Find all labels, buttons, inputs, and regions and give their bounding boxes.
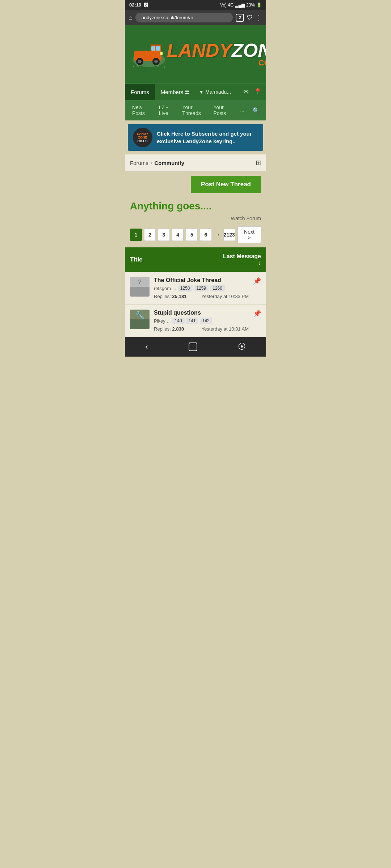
shield-icon[interactable]: 🛡 bbox=[247, 14, 253, 21]
thread-author-2: Pikey bbox=[154, 318, 165, 324]
breadcrumb-community: Community bbox=[155, 160, 185, 166]
battery-icon: 🔋 bbox=[256, 3, 262, 8]
thread-meta-2: Pikey ... 140 141 142 bbox=[154, 318, 249, 324]
page-arrow: → bbox=[214, 231, 221, 238]
pin-icon-2: 📌 bbox=[253, 310, 261, 318]
svg-point-13 bbox=[133, 66, 134, 67]
thread-page-1c[interactable]: 1260 bbox=[210, 285, 225, 292]
status-time: 02:19 🖼 bbox=[129, 2, 148, 8]
post-new-thread-button[interactable]: Post New Thread bbox=[191, 176, 261, 193]
mail-icon[interactable]: ✉ bbox=[243, 88, 249, 96]
hamburger-icon: ☰ bbox=[185, 89, 189, 95]
browser-bar: ⌂ landyzone.co.uk/forum/ai 2 🛡 ⋮ bbox=[125, 10, 266, 25]
thread-page-1b[interactable]: 1259 bbox=[194, 285, 209, 292]
main-nav: Forums Members ☰ ▼ Marmadu... ✉ 📍 bbox=[125, 83, 266, 100]
page-btn-5[interactable]: 5 bbox=[186, 229, 198, 241]
page-btn-4[interactable]: 4 bbox=[172, 229, 184, 241]
page-btn-6[interactable]: 6 bbox=[200, 229, 212, 241]
recents-button[interactable]: ⦿ bbox=[238, 342, 246, 352]
thread-page-2b[interactable]: 141 bbox=[186, 318, 198, 324]
dropdown-icon: ▼ bbox=[199, 89, 204, 95]
home-button[interactable] bbox=[189, 342, 197, 351]
pagination: 1 2 3 4 5 6 → 2123 Next > bbox=[125, 224, 266, 247]
breadcrumb: Forums › Community ⊞ bbox=[125, 154, 266, 171]
bottom-nav: ‹ ⦿ bbox=[125, 337, 266, 357]
thread-dots-1: ... bbox=[172, 286, 176, 291]
nav-new-posts[interactable]: New Posts bbox=[129, 100, 154, 120]
avatar-img-2 bbox=[130, 319, 150, 329]
thread-replies-2: Replies: 2,830 bbox=[154, 326, 184, 332]
thread-avatar-2: 🔧 bbox=[130, 310, 150, 329]
logo-truck bbox=[131, 40, 167, 69]
watch-forum-link[interactable]: Watch Forum bbox=[125, 213, 266, 224]
thread-meta-1: retsgom ... 1258 1259 1260 bbox=[154, 285, 249, 292]
thread-page-2c[interactable]: 142 bbox=[200, 318, 212, 324]
svg-point-8 bbox=[138, 60, 142, 63]
breadcrumb-forums[interactable]: Forums bbox=[130, 160, 148, 166]
thread-title-1[interactable]: The Official Joke Thread bbox=[154, 277, 249, 284]
thread-time-1: Yesterday at 10:33 PM bbox=[201, 294, 249, 299]
wifi-icon: ▂▄▆ bbox=[235, 3, 245, 8]
logo-text: LANDYZONE CO.UK bbox=[167, 41, 266, 68]
status-bar: 02:19 🖼 Vo) 4G ▂▄▆ 23% 🔋 bbox=[125, 0, 266, 10]
back-button[interactable]: ‹ bbox=[145, 342, 148, 352]
page-title: Anything goes.... bbox=[125, 197, 266, 213]
next-button[interactable]: Next > bbox=[237, 226, 261, 243]
ad-text: Click Here to Subscribe and get your exc… bbox=[157, 130, 258, 145]
table-title-header: Title bbox=[130, 256, 223, 263]
thread-time-2: Yesterday at 10:01 AM bbox=[202, 326, 249, 332]
page-btn-3[interactable]: 3 bbox=[158, 229, 170, 241]
nav-forums[interactable]: Forums bbox=[125, 84, 155, 100]
ad-banner[interactable]: LANDYZONECO.UK Click Here to Subscribe a… bbox=[128, 124, 263, 151]
thread-title-2[interactable]: Stupid questions bbox=[154, 310, 249, 316]
avatar-placeholder-1: ? bbox=[130, 277, 150, 287]
thread-stats-2: Replies: 2,830 Yesterday at 10:01 AM bbox=[154, 326, 249, 332]
thread-stats-1: Replies: 25,181 Yesterday at 10:33 PM bbox=[154, 294, 249, 299]
thread-replies-1: Replies: 25,181 bbox=[154, 294, 186, 299]
tabs-count[interactable]: 2 bbox=[236, 14, 244, 22]
thread-author-1: retsgom bbox=[154, 286, 171, 291]
sort-down-icon[interactable]: ↓ bbox=[258, 260, 261, 266]
status-right: Vo) 4G ▂▄▆ 23% 🔋 bbox=[220, 3, 262, 8]
secondary-nav: New Posts LZ - Live Your Threads Your Po… bbox=[125, 100, 266, 120]
avatar-placeholder-2: 🔧 bbox=[130, 310, 150, 319]
svg-point-10 bbox=[154, 60, 158, 63]
battery-label: 23% bbox=[246, 3, 255, 8]
svg-rect-6 bbox=[156, 46, 160, 51]
table-lastmsg-header: Last Message ↓ bbox=[223, 253, 261, 266]
nav-lz-live[interactable]: LZ - Live bbox=[155, 100, 177, 120]
page-btn-last[interactable]: 2123 bbox=[223, 229, 235, 241]
svg-point-2 bbox=[157, 65, 159, 67]
svg-rect-11 bbox=[151, 44, 161, 46]
svg-point-14 bbox=[164, 67, 165, 68]
header-banner: LANDYZONE CO.UK bbox=[125, 25, 266, 83]
breadcrumb-sep: › bbox=[151, 160, 152, 166]
avatar-img-1 bbox=[130, 287, 150, 297]
nav-user[interactable]: ▼ Marmadu... bbox=[195, 84, 235, 100]
thread-row[interactable]: ? The Official Joke Thread retsgom ... 1… bbox=[125, 272, 266, 305]
thread-row-2[interactable]: 🔧 Stupid questions Pikey ... 140 141 142… bbox=[125, 305, 266, 337]
nav-icons: ✉ 📍 bbox=[243, 88, 266, 96]
logo-landy: LANDY bbox=[167, 40, 232, 61]
search-icon[interactable]: 🔍 bbox=[249, 103, 262, 118]
nav-more[interactable]: ... bbox=[236, 103, 248, 118]
thread-avatar-1: ? bbox=[130, 277, 150, 297]
nav-members[interactable]: Members ☰ bbox=[155, 84, 196, 100]
thread-page-2a[interactable]: 140 bbox=[172, 318, 185, 324]
nav-your-posts[interactable]: Your Posts bbox=[210, 100, 235, 120]
pin-icon-1: 📌 bbox=[253, 277, 261, 285]
svg-rect-12 bbox=[160, 52, 163, 55]
logo-container: LANDYZONE CO.UK bbox=[131, 40, 260, 69]
logo-zone: ZONE bbox=[232, 40, 266, 61]
url-bar[interactable]: landyzone.co.uk/forum/ai bbox=[135, 13, 233, 22]
image-icon: 🖼 bbox=[143, 2, 148, 8]
thread-page-1a[interactable]: 1258 bbox=[178, 285, 193, 292]
home-icon[interactable]: ⌂ bbox=[129, 14, 133, 21]
menu-icon[interactable]: ⋮ bbox=[256, 14, 262, 22]
location-icon[interactable]: 📍 bbox=[254, 88, 262, 96]
page-btn-2[interactable]: 2 bbox=[144, 229, 156, 241]
nav-your-threads[interactable]: Your Threads bbox=[178, 100, 208, 120]
sitemap-icon[interactable]: ⊞ bbox=[256, 159, 261, 167]
ad-logo: LANDYZONECO.UK bbox=[133, 128, 152, 147]
page-btn-1[interactable]: 1 bbox=[130, 229, 142, 241]
